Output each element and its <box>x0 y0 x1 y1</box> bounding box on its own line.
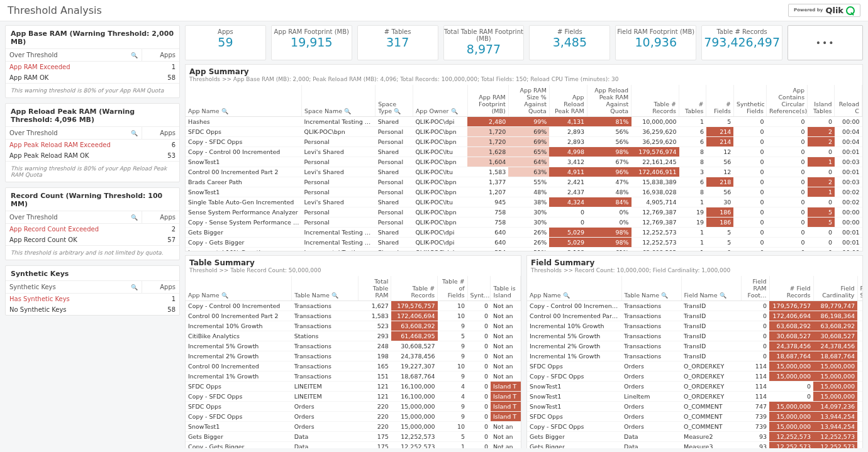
search-icon[interactable]: 🔍 <box>221 108 228 114</box>
kpi-card[interactable]: Field RAM Footprint (MB)10,936 <box>615 25 696 60</box>
col-header[interactable]: Table # Records <box>391 276 438 301</box>
row-label[interactable]: App Peak Reload RAM Exceeded <box>6 140 142 150</box>
table-row[interactable]: SnowTest1LineItemO_ORDERKEY114015,000,00… <box>527 392 862 402</box>
search-icon[interactable]: 🔍 <box>563 292 570 299</box>
col-header[interactable]: Synt… <box>467 276 491 301</box>
table-summary-table[interactable]: App Name 🔍Table Name 🔍Total Table RAMTab… <box>186 276 521 448</box>
col-header[interactable]: Table Name 🔍 <box>621 276 681 301</box>
table-row[interactable]: SFDC OppsOrdersO_ORDERKEY11415,000,00015… <box>527 361 862 372</box>
col-header[interactable]: # Tables <box>679 85 706 117</box>
table-row[interactable]: Incremental 5% GrowthTransactionsTransID… <box>527 331 862 341</box>
table-row[interactable]: Copy - Control 00 IncrementedTransaction… <box>186 301 521 311</box>
table-row[interactable]: Gets BiggerDataMeasure39312,252,57312,25… <box>527 442 862 449</box>
col-header[interactable]: Space Type 🔍 <box>376 85 413 117</box>
table-row[interactable]: Copy - SFDC OppsPersonalPersonalQLIK-POC… <box>186 137 862 147</box>
table-row[interactable]: Control 00 Incremented Part 2Transaction… <box>527 311 862 321</box>
table-row[interactable]: Incremental 1% GrowthTransactions15118,6… <box>186 372 521 382</box>
table-row[interactable]: Copy - SFDC OppsLINEITEM12116,100,00040I… <box>186 392 521 402</box>
search-icon[interactable]: 🔍 <box>661 292 668 299</box>
col-header[interactable]: Table Name 🔍 <box>292 276 358 301</box>
row-label[interactable]: App RAM OK <box>6 72 142 83</box>
table-row[interactable]: Incremental 10% GrowthIncremental Testin… <box>186 248 862 251</box>
col-header[interactable]: App Name 🔍 <box>527 276 621 301</box>
col-header[interactable]: Total Table RAM <box>358 276 391 301</box>
table-row[interactable]: Copy - Gets BiggerIncremental Testing De… <box>186 238 862 248</box>
table-row[interactable]: Copy - Gets BiggerData17512,252,57310Not… <box>186 442 521 449</box>
search-icon[interactable]: 🔍 <box>451 108 458 114</box>
col-header[interactable]: Synthetic Fields <box>733 85 766 117</box>
table-row[interactable]: SFDC OppsQLIK-POC\bpnPersonalQLIK-POC\bp… <box>186 127 862 137</box>
table-row[interactable]: Copy - SFDC OppsOrdersO_COMMENT73915,000… <box>527 422 862 432</box>
table-row[interactable]: Gets BiggerData17512,252,57350Not an <box>186 432 521 442</box>
table-row[interactable]: Copy - Sense System Performance Analyzer… <box>186 218 862 228</box>
col-header[interactable]: App Name 🔍 <box>186 85 301 117</box>
search-icon[interactable]: 🔍 <box>720 292 726 299</box>
col-header[interactable]: App RAM Footprint (MB) <box>467 85 508 117</box>
app-summary-table[interactable]: App Name 🔍Space Name 🔍Space Type 🔍App Ow… <box>186 85 862 251</box>
table-row[interactable]: SnowTest1OrdersO_ORDERKEY114015,000,000 <box>527 382 862 392</box>
col-header[interactable]: # Field Records <box>769 276 813 301</box>
kpi-card[interactable]: Apps59 <box>185 25 266 60</box>
table-row[interactable]: Incremental 1% GrowthTransactionsTransID… <box>527 351 862 361</box>
table-row[interactable]: Incremental 10% GrowthTransactionsTransI… <box>527 321 862 331</box>
table-row[interactable]: SFDC OppsOrders22015,000,00090Island T <box>186 402 521 412</box>
table-row[interactable]: SnowTest1Orders22015,000,000100Not an <box>186 422 521 432</box>
col-header[interactable]: Table # of Fields <box>438 276 467 301</box>
table-row[interactable]: Copy - Control 00 IncrementedLevi's Shar… <box>186 147 862 157</box>
col-header[interactable]: App Reload Peak RAM Against Quota <box>587 85 632 117</box>
table-row[interactable]: SnowTest1PersonalPersonalQLIK-POC\bpn1,2… <box>186 187 862 197</box>
table-row[interactable]: Control 00 Incremented Part 2Transaction… <box>186 311 521 321</box>
col-header[interactable]: F S <box>857 276 862 301</box>
table-row[interactable]: Gets BiggerDataMeasure29312,252,57312,25… <box>527 432 862 442</box>
brand-badge[interactable]: Powered by Qlik <box>788 4 860 17</box>
table-row[interactable]: Sense System Performance AnalyzerPersona… <box>186 207 862 218</box>
kpi-card[interactable]: App RAM Footprint (MB)19,915 <box>271 25 352 60</box>
col-header[interactable]: App RAM Size % Against Quota <box>508 85 549 117</box>
table-row[interactable]: Single Table Auto-Gen IncrementedLevi's … <box>186 197 862 207</box>
search-icon[interactable]: 🔍 <box>131 284 138 290</box>
table-row[interactable]: Incremental 5% GrowthTransactions24830,6… <box>186 341 521 351</box>
col-header[interactable]: App Contains Circular Reference(s) <box>766 85 807 117</box>
kpi-card[interactable]: Total Table RAM Footprint (MB)8,977 <box>443 25 525 60</box>
col-header[interactable]: Space Name 🔍 <box>301 85 375 117</box>
col-header[interactable]: App Owner 🔍 <box>413 85 467 117</box>
col-header[interactable]: Table # Records <box>632 85 679 117</box>
col-header[interactable]: Table is Island <box>491 276 521 301</box>
row-label[interactable]: App Peak Reload RAM OK <box>6 150 142 161</box>
row-label[interactable]: App Record Count Exceeded <box>6 224 142 234</box>
row-label[interactable]: Has Synthetic Keys <box>6 294 142 304</box>
col-header[interactable]: Reload C <box>835 85 862 117</box>
kpi-card[interactable]: # Tables317 <box>357 25 438 60</box>
table-row[interactable]: HashesIncremental Testing DevSharedQLIK-… <box>186 117 862 127</box>
search-icon[interactable]: 🔍 <box>131 52 138 58</box>
kpi-card[interactable]: Table # Records793,426,497 <box>701 25 782 60</box>
table-row[interactable]: Copy - SFDC OppsOrdersO_ORDERKEY11415,00… <box>527 372 862 382</box>
kpi-card[interactable]: # Fields3,485 <box>529 25 610 60</box>
search-icon[interactable]: 🔍 <box>221 292 228 299</box>
search-icon[interactable]: 🔍 <box>394 108 401 114</box>
table-row[interactable]: Brads Career PathPersonalPersonalQLIK-PO… <box>186 177 862 187</box>
table-row[interactable]: Incremental 10% GrowthTransactions52363,… <box>186 321 521 331</box>
table-row[interactable]: CitiBike AnalyticsStations29361,468,2955… <box>186 331 521 341</box>
table-row[interactable]: SnowTest1PersonalPersonalQLIK-POC\bpn1,6… <box>186 157 862 167</box>
row-label[interactable]: App Record Count OK <box>6 234 142 245</box>
col-header[interactable]: App Name 🔍 <box>186 276 292 301</box>
table-row[interactable]: Copy - SFDC OppsOrders22015,000,00090Isl… <box>186 412 521 422</box>
table-row[interactable]: SFDC OppsLINEITEM12116,100,00040Island T <box>186 382 521 392</box>
table-row[interactable]: Copy - Control 00 IncrementedTransaction… <box>527 301 862 311</box>
table-row[interactable]: SFDC OppsOrdersO_COMMENT73915,000,00013,… <box>527 412 862 422</box>
col-header[interactable]: # Fields <box>706 85 733 117</box>
table-row[interactable]: Gets BiggerIncremental Testing DevShared… <box>186 228 862 238</box>
table-row[interactable]: Incremental 2% GrowthTransactionsTransID… <box>527 341 862 351</box>
table-row[interactable]: Control 00 IncrementedTransactions16519,… <box>186 361 521 372</box>
col-header[interactable]: Field Cardinality <box>813 276 857 301</box>
search-icon[interactable]: 🔍 <box>131 130 138 136</box>
col-header[interactable]: Island Tables <box>808 85 835 117</box>
row-label[interactable]: App RAM Exceeded <box>6 62 142 72</box>
search-icon[interactable]: 🔍 <box>344 108 351 114</box>
table-row[interactable]: Control 00 Incremented Part 2Levi's Shar… <box>186 167 862 177</box>
table-row[interactable]: Incremental 2% GrowthTransactions19824,3… <box>186 351 521 361</box>
search-icon[interactable]: 🔍 <box>131 214 138 221</box>
search-icon[interactable]: 🔍 <box>331 292 338 299</box>
col-header[interactable]: Field Name 🔍 <box>681 276 741 301</box>
